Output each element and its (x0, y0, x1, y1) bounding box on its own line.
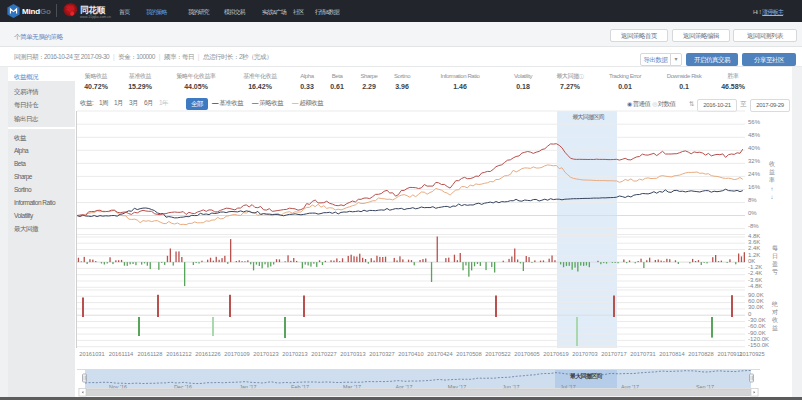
svg-text:最大回撤区间: 最大回撤区间 (569, 372, 602, 380)
svg-text:20161031: 20161031 (79, 351, 104, 357)
svg-text:-90.0K: -90.0K (748, 330, 766, 336)
svg-text:20170508: 20170508 (456, 351, 481, 357)
svg-text:↓: ↓ (771, 194, 774, 200)
svg-text:2.4K: 2.4K (748, 245, 760, 251)
svg-text:20161226: 20161226 (195, 351, 220, 357)
svg-text:-30.0K: -30.0K (748, 317, 766, 323)
svg-text:-1.2K: -1.2K (748, 264, 762, 270)
svg-text:20170123: 20170123 (253, 351, 278, 357)
svg-text:60.0K: 60.0K (748, 298, 764, 304)
svg-text:20170424: 20170424 (427, 351, 452, 357)
svg-text:20170109: 20170109 (224, 351, 249, 357)
svg-text:20170327: 20170327 (369, 351, 394, 357)
svg-text:20170213: 20170213 (282, 351, 307, 357)
svg-text:20170522: 20170522 (485, 351, 510, 357)
svg-text:20170925: 20170925 (739, 351, 764, 357)
svg-text:20170605: 20170605 (514, 351, 539, 357)
svg-text:20161114: 20161114 (109, 351, 133, 357)
svg-text:益: 益 (772, 325, 778, 331)
svg-text:20170703: 20170703 (572, 351, 597, 357)
svg-text:20161212: 20161212 (166, 351, 191, 357)
svg-text:-2.4K: -2.4K (748, 270, 762, 276)
svg-text:绝: 绝 (771, 301, 778, 307)
svg-text:20170410: 20170410 (398, 351, 423, 357)
svg-text:90.0K: 90.0K (748, 292, 764, 298)
svg-text:16%: 16% (748, 184, 761, 190)
svg-text:20170814: 20170814 (659, 351, 684, 357)
svg-text:20161128: 20161128 (138, 351, 163, 357)
svg-text:日: 日 (772, 253, 778, 260)
svg-text:-4.8K: -4.8K (748, 283, 762, 289)
svg-text:32%: 32% (748, 158, 761, 164)
svg-text:最大回撤区间: 最大回撤区间 (572, 113, 604, 121)
svg-text:-150.0K: -150.0K (748, 342, 769, 348)
svg-text:-3.6K: -3.6K (748, 277, 762, 283)
svg-text:↑: ↑ (771, 186, 774, 192)
svg-text:0K: 0K (748, 258, 755, 264)
svg-text:4.8K: 4.8K (748, 233, 760, 239)
svg-text:20170731: 20170731 (630, 351, 655, 357)
svg-text:40%: 40% (748, 145, 761, 151)
svg-text:盈: 盈 (772, 260, 778, 267)
svg-text:30.0K: 30.0K (748, 304, 764, 310)
svg-text:1.2K: 1.2K (748, 252, 760, 258)
svg-text:每: 每 (772, 245, 778, 252)
svg-text:对: 对 (772, 309, 778, 315)
svg-text:率: 率 (768, 176, 775, 183)
svg-text:48%: 48% (748, 132, 761, 138)
svg-text:20170619: 20170619 (543, 351, 568, 357)
svg-text:-60.0K: -60.0K (748, 323, 766, 329)
svg-text:20170828: 20170828 (688, 351, 713, 357)
svg-text:收: 收 (772, 316, 778, 323)
svg-text:-8%: -8% (748, 223, 759, 229)
svg-text:3.6K: 3.6K (748, 239, 760, 245)
svg-text:亏: 亏 (772, 268, 778, 276)
svg-text:0: 0 (748, 311, 752, 317)
svg-text:0%: 0% (748, 210, 757, 216)
svg-text:8%: 8% (748, 197, 757, 203)
svg-text:56%: 56% (748, 119, 761, 125)
svg-text:20170313: 20170313 (340, 351, 365, 357)
svg-text:-120.0K: -120.0K (748, 336, 769, 342)
svg-text:24%: 24% (748, 171, 761, 177)
svg-text:收: 收 (769, 160, 775, 167)
svg-text:20170717: 20170717 (601, 351, 626, 357)
svg-text:益: 益 (769, 169, 775, 175)
svg-text:20170227: 20170227 (311, 351, 336, 357)
